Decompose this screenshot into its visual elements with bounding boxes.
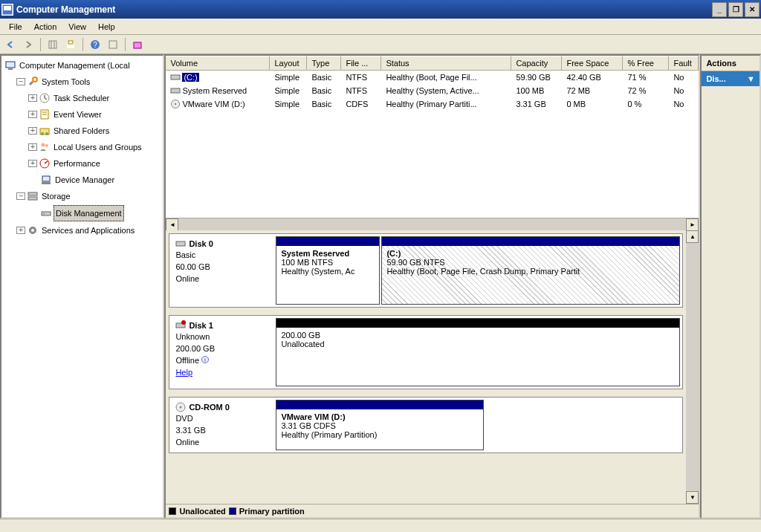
svg-rect-28	[171, 75, 180, 80]
disk-0-partition-1[interactable]: System Reserved 100 MB NTFS Healthy (Sys…	[276, 236, 380, 305]
drive-icon	[170, 85, 181, 96]
disk-0-info: Disk 0 Basic 60.00 GB Online	[169, 234, 273, 307]
menu-bar: File Action View Help	[0, 19, 761, 35]
disk-unknown-icon	[175, 320, 186, 331]
svg-rect-7	[109, 41, 117, 48]
scroll-left-button[interactable]: ◄	[166, 218, 178, 231]
close-button[interactable]: ✕	[745, 2, 760, 17]
tree-services-apps[interactable]: + Services and Applications	[3, 222, 161, 239]
legend: Unallocated Primary partition	[166, 504, 699, 517]
svg-rect-10	[8, 68, 13, 70]
col-freespace[interactable]: Free Space	[562, 56, 623, 70]
tree-task-scheduler[interactable]: + Task Scheduler	[3, 90, 161, 106]
collapse-icon[interactable]: −	[16, 78, 25, 85]
col-status[interactable]: Status	[381, 56, 511, 70]
svg-rect-24	[42, 212, 51, 215]
tree-local-users[interactable]: + Local Users and Groups	[3, 139, 161, 155]
tree-disk-management[interactable]: Disk Management	[3, 204, 161, 222]
volume-row[interactable]: System ReservedSimpleBasicNTFSHealthy (S…	[166, 84, 699, 97]
volume-row[interactable]: (C:)SimpleBasicNTFSHealthy (Boot, Page F…	[166, 71, 699, 84]
actions-item-disk[interactable]: Dis... ▼	[702, 71, 760, 86]
col-layout[interactable]: Layout	[270, 56, 307, 70]
toolbar-btn-4[interactable]	[130, 37, 145, 52]
expand-icon[interactable]: +	[28, 94, 37, 102]
col-pctfree[interactable]: % Free	[623, 56, 669, 70]
vertical-scrollbar[interactable]: ▲ ▼	[686, 230, 699, 504]
minimize-button[interactable]: _	[712, 2, 727, 17]
tree-event-viewer[interactable]: + Event Viewer	[3, 106, 161, 123]
users-icon	[39, 141, 51, 153]
toolbar-btn-2[interactable]	[63, 37, 78, 52]
menu-file[interactable]: File	[3, 20, 28, 33]
help-button[interactable]: ?	[88, 37, 103, 52]
disk-graphical-view: Disk 0 Basic 60.00 GB Online System Rese…	[166, 230, 699, 504]
svg-point-38	[180, 406, 182, 409]
disk-1-unallocated[interactable]: 200.00 GB Unallocated	[276, 318, 680, 386]
scroll-up-button[interactable]: ▲	[686, 230, 699, 243]
title-bar: Computer Management _ ❐ ✕	[0, 0, 761, 19]
event-icon	[39, 108, 51, 120]
disk-mgmt-icon	[40, 207, 52, 219]
back-button[interactable]	[3, 37, 18, 52]
menu-view[interactable]: View	[62, 20, 92, 33]
col-filesystem[interactable]: File ...	[341, 56, 381, 70]
svg-rect-8	[134, 42, 141, 48]
legend-primary-color	[229, 507, 236, 515]
tree-root[interactable]: Computer Management (Local	[3, 57, 161, 74]
legend-unallocated-label: Unallocated	[179, 507, 225, 516]
col-type[interactable]: Type	[307, 56, 341, 70]
tree-panel: Computer Management (Local − System Tool…	[0, 54, 164, 519]
tree-performance[interactable]: + Performance	[3, 155, 161, 172]
scroll-right-button[interactable]: ►	[686, 218, 699, 231]
disk-0-partition-2[interactable]: (C:) 59.90 GB NTFS Healthy (Boot, Page F…	[381, 236, 680, 305]
forward-button[interactable]	[21, 37, 36, 52]
status-bar	[0, 519, 761, 532]
svg-rect-32	[176, 241, 185, 246]
tree-storage[interactable]: − Storage	[3, 188, 161, 204]
performance-icon	[39, 158, 51, 169]
tree-shared-folders[interactable]: + Shared Folders	[3, 123, 161, 139]
svg-rect-21	[42, 182, 51, 184]
svg-text:i: i	[204, 357, 206, 363]
toolbar-btn-3[interactable]	[106, 37, 120, 52]
tree-device-manager[interactable]: Device Manager	[3, 172, 161, 188]
scroll-down-button[interactable]: ▼	[686, 491, 699, 504]
maximize-button[interactable]: ❐	[728, 2, 743, 17]
svg-rect-9	[6, 62, 15, 68]
col-fault[interactable]: Fault	[669, 56, 699, 70]
menu-action[interactable]: Action	[28, 20, 63, 33]
expand-icon[interactable]: +	[16, 227, 25, 234]
svg-rect-29	[171, 88, 180, 93]
col-volume[interactable]: Volume	[166, 56, 270, 70]
device-icon	[40, 174, 52, 186]
disk-0-row[interactable]: Disk 0 Basic 60.00 GB Online System Rese…	[169, 233, 683, 308]
collapse-icon[interactable]: −	[16, 192, 25, 200]
main-panel: Volume Layout Type File ... Status Capac…	[164, 54, 700, 519]
svg-point-15	[41, 132, 44, 135]
menu-help[interactable]: Help	[92, 20, 121, 33]
tree-system-tools[interactable]: − System Tools	[3, 74, 161, 90]
expand-icon[interactable]: +	[28, 111, 37, 118]
list-header: Volume Layout Type File ... Status Capac…	[166, 56, 699, 71]
expand-icon[interactable]: +	[28, 127, 37, 134]
expand-icon[interactable]: +	[28, 143, 37, 151]
chevron-down-icon: ▼	[747, 74, 755, 83]
horizontal-scrollbar[interactable]: ◄ ►	[166, 218, 699, 230]
drive-icon	[170, 72, 181, 82]
col-capacity[interactable]: Capacity	[511, 56, 562, 70]
svg-point-25	[43, 213, 45, 215]
disk-icon	[175, 239, 186, 249]
app-icon	[1, 4, 13, 16]
cdrom-0-partition[interactable]: VMware VIM (D:) 3.31 GB CDFS Healthy (Pr…	[276, 400, 484, 450]
toolbar-btn-1[interactable]	[45, 37, 60, 52]
svg-rect-4	[68, 41, 73, 44]
cdrom-0-info: CD-ROM 0 DVD 3.31 GB Online	[169, 398, 273, 452]
svg-rect-23	[28, 197, 37, 200]
volume-list: Volume Layout Type File ... Status Capac…	[166, 56, 699, 230]
cdrom-0-row[interactable]: CD-ROM 0 DVD 3.31 GB Online VMware VIM (…	[169, 397, 683, 453]
expand-icon[interactable]: +	[28, 160, 37, 167]
disk-1-row[interactable]: Disk 1 Unknown 200.00 GB Offline i Help …	[169, 315, 683, 389]
svg-point-27	[31, 229, 34, 232]
volume-row[interactable]: VMware VIM (D:)SimpleBasicCDFSHealthy (P…	[166, 97, 699, 111]
help-link[interactable]: Help	[175, 368, 192, 377]
